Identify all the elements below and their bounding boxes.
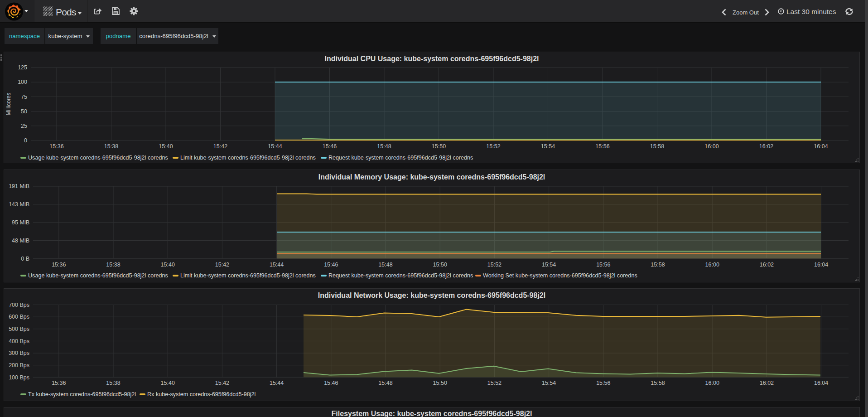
svg-text:600 Bps: 600 Bps [9, 314, 29, 320]
svg-text:15:52: 15:52 [487, 262, 502, 268]
svg-text:15:46: 15:46 [324, 380, 338, 386]
svg-text:25: 25 [21, 123, 27, 129]
svg-text:15:44: 15:44 [270, 262, 284, 268]
svg-text:100 Bps: 100 Bps [9, 374, 29, 381]
svg-text:16:00: 16:00 [704, 143, 719, 150]
svg-text:15:52: 15:52 [486, 143, 500, 150]
svg-text:48 MiB: 48 MiB [12, 238, 29, 244]
svg-text:15:36: 15:36 [52, 380, 66, 386]
svg-text:15:38: 15:38 [106, 262, 120, 268]
svg-text:300 Bps: 300 Bps [9, 350, 29, 356]
svg-text:15:58: 15:58 [650, 143, 664, 150]
svg-text:50: 50 [21, 108, 27, 115]
svg-text:15:42: 15:42 [215, 380, 229, 386]
svg-text:15:38: 15:38 [106, 380, 120, 386]
svg-text:125: 125 [18, 64, 27, 71]
svg-text:100: 100 [18, 79, 27, 85]
svg-text:15:46: 15:46 [323, 143, 337, 150]
svg-text:700 Bps: 700 Bps [9, 302, 29, 308]
svg-text:15:44: 15:44 [270, 380, 284, 386]
svg-text:16:04: 16:04 [814, 143, 828, 150]
svg-text:15:50: 15:50 [433, 380, 447, 386]
svg-text:15:36: 15:36 [52, 262, 66, 268]
svg-text:15:56: 15:56 [596, 380, 610, 386]
svg-text:15:44: 15:44 [268, 143, 282, 150]
svg-text:15:56: 15:56 [596, 262, 610, 268]
svg-text:0: 0 [24, 137, 27, 144]
svg-text:15:54: 15:54 [542, 380, 556, 386]
svg-text:500 Bps: 500 Bps [9, 326, 29, 332]
svg-text:143 MiB: 143 MiB [9, 201, 29, 208]
svg-text:95 MiB: 95 MiB [12, 219, 29, 226]
svg-text:75: 75 [21, 94, 27, 100]
svg-text:15:54: 15:54 [542, 262, 556, 268]
svg-text:400 Bps: 400 Bps [9, 338, 29, 344]
svg-text:15:40: 15:40 [159, 143, 173, 150]
svg-text:Millicores: Millicores [5, 92, 12, 115]
svg-text:15:58: 15:58 [651, 380, 665, 386]
svg-text:15:40: 15:40 [161, 262, 175, 268]
svg-text:16:00: 16:00 [705, 380, 719, 386]
svg-text:0 B: 0 B [21, 256, 29, 262]
svg-text:15:58: 15:58 [651, 262, 665, 268]
svg-text:16:04: 16:04 [814, 380, 828, 386]
svg-text:15:50: 15:50 [433, 262, 447, 268]
svg-text:16:02: 16:02 [760, 380, 774, 386]
svg-text:15:36: 15:36 [49, 143, 63, 150]
svg-text:16:02: 16:02 [760, 262, 774, 268]
svg-text:15:54: 15:54 [541, 143, 555, 150]
svg-text:15:38: 15:38 [104, 143, 118, 150]
svg-text:15:48: 15:48 [377, 143, 391, 150]
svg-text:200 Bps: 200 Bps [9, 362, 29, 369]
svg-text:15:50: 15:50 [432, 143, 446, 150]
svg-text:15:48: 15:48 [378, 380, 392, 386]
svg-text:15:48: 15:48 [378, 262, 392, 268]
svg-text:15:42: 15:42 [213, 143, 227, 150]
svg-text:15:52: 15:52 [487, 380, 502, 386]
svg-text:15:40: 15:40 [161, 380, 175, 386]
svg-text:16:00: 16:00 [705, 262, 719, 268]
svg-text:191 MiB: 191 MiB [9, 183, 29, 189]
svg-text:15:42: 15:42 [215, 262, 229, 268]
svg-text:15:56: 15:56 [595, 143, 609, 150]
svg-text:16:04: 16:04 [814, 262, 828, 268]
svg-text:16:02: 16:02 [759, 143, 773, 150]
svg-text:15:46: 15:46 [324, 262, 338, 268]
